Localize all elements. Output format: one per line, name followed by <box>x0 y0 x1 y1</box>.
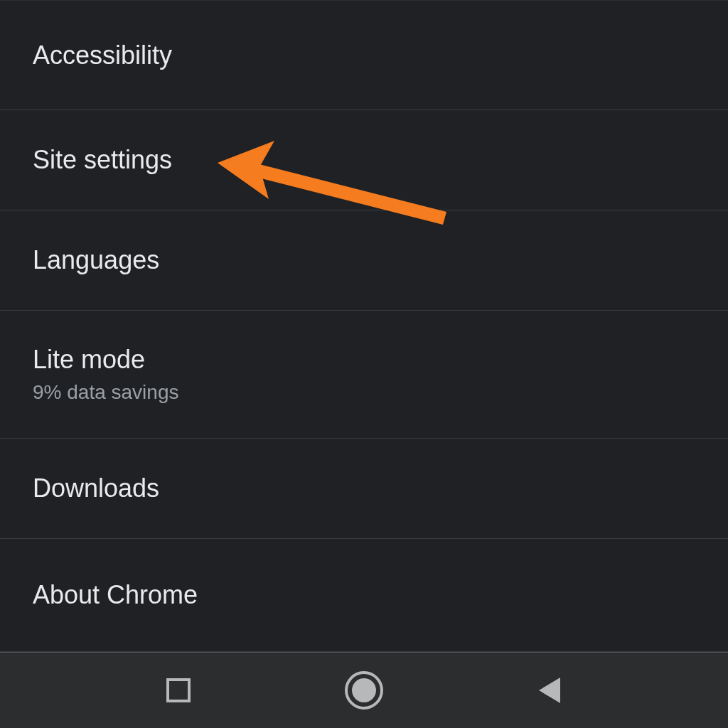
settings-item-label: About Chrome <box>33 579 695 610</box>
settings-item-accessibility[interactable]: Accessibility <box>0 0 728 109</box>
settings-item-label: Lite mode <box>33 344 695 375</box>
nav-home-button[interactable] <box>344 670 384 710</box>
settings-item-label: Languages <box>33 245 695 275</box>
settings-item-site-settings[interactable]: Site settings <box>0 109 728 210</box>
settings-item-subtitle: 9% data savings <box>33 380 695 405</box>
android-nav-bar <box>0 652 728 728</box>
settings-item-label: Site settings <box>33 144 695 175</box>
square-icon <box>166 678 191 702</box>
back-triangle-icon <box>539 678 560 703</box>
settings-item-languages[interactable]: Languages <box>0 210 728 310</box>
nav-recent-button[interactable] <box>159 670 198 710</box>
settings-item-label: Accessibility <box>33 40 695 70</box>
settings-list: Accessibility Site settings Languages Li… <box>0 0 728 652</box>
settings-item-lite-mode[interactable]: Lite mode 9% data savings <box>0 310 728 438</box>
settings-item-about-chrome[interactable]: About Chrome <box>0 538 728 652</box>
circle-icon <box>345 671 383 710</box>
nav-back-button[interactable] <box>530 670 569 710</box>
settings-item-label: Downloads <box>33 473 695 503</box>
settings-item-downloads[interactable]: Downloads <box>0 438 728 538</box>
